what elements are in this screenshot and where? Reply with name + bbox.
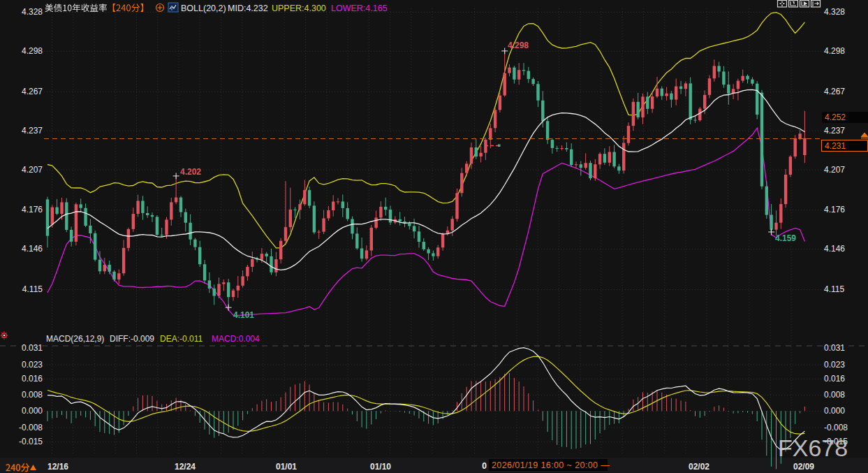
svg-text:4.252: 4.252 (825, 112, 846, 122)
svg-text:0.016: 0.016 (22, 374, 43, 384)
svg-text:12/16: 12/16 (47, 462, 68, 472)
svg-text:4.328: 4.328 (824, 7, 845, 17)
svg-text:4.298: 4.298 (22, 46, 43, 56)
svg-text:MACD:0.004: MACD:0.004 (212, 334, 260, 344)
svg-text:0.023: 0.023 (824, 360, 845, 370)
svg-text:4.298: 4.298 (508, 41, 529, 50)
svg-text:4.115: 4.115 (824, 284, 844, 294)
svg-text:4.207: 4.207 (22, 165, 43, 175)
svg-text:2026/01/19 16:00 ~ 20:00 —: 2026/01/19 16:00 ~ 20:00 — (492, 460, 610, 470)
svg-text:0.031: 0.031 (824, 343, 845, 353)
svg-text:0: 0 (482, 461, 487, 471)
svg-text:FX678: FX678 (778, 435, 848, 461)
svg-text:4.176: 4.176 (22, 205, 43, 214)
svg-text:MACD(26,12,9): MACD(26,12,9) (46, 334, 104, 344)
svg-text:4.146: 4.146 (824, 244, 845, 254)
svg-text:DIFF:-0.009: DIFF:-0.009 (110, 334, 154, 344)
svg-text:LOWER:4.165: LOWER:4.165 (331, 3, 388, 13)
svg-text:02/09: 02/09 (793, 462, 814, 472)
svg-text:4.237: 4.237 (824, 126, 845, 136)
svg-text:BOLL(20,2): BOLL(20,2) (181, 3, 226, 13)
svg-text:4.101: 4.101 (233, 310, 254, 320)
svg-text:0.008: 0.008 (22, 390, 43, 400)
svg-text:4.159: 4.159 (775, 233, 796, 243)
svg-text:DEA:-0.011: DEA:-0.011 (160, 334, 203, 344)
svg-text:4.176: 4.176 (824, 205, 845, 214)
svg-text:01/10: 01/10 (370, 462, 391, 472)
svg-text:12/24: 12/24 (175, 462, 196, 472)
svg-text:01/01: 01/01 (276, 462, 297, 472)
svg-text:-0.015: -0.015 (19, 437, 43, 446)
svg-text:4.207: 4.207 (824, 165, 845, 175)
svg-text:0.031: 0.031 (22, 343, 43, 353)
svg-text:4.146: 4.146 (22, 244, 43, 254)
svg-text:0.000: 0.000 (824, 406, 845, 416)
svg-text:0.008: 0.008 (824, 390, 845, 400)
svg-text:UPPER:4.300: UPPER:4.300 (272, 3, 326, 13)
svg-text:02/02: 02/02 (689, 462, 709, 472)
svg-text:4.267: 4.267 (22, 87, 43, 96)
svg-text:-0.008: -0.008 (19, 423, 43, 432)
svg-text:4.237: 4.237 (22, 126, 43, 136)
svg-text:0.016: 0.016 (824, 374, 845, 384)
svg-text:0.000: 0.000 (22, 406, 43, 416)
svg-text:4.298: 4.298 (824, 46, 845, 56)
svg-text:MID:4.232: MID:4.232 (228, 3, 268, 13)
svg-text:4.231: 4.231 (825, 141, 846, 151)
svg-text:4.115: 4.115 (22, 284, 43, 294)
svg-text:-0.008: -0.008 (824, 423, 848, 432)
svg-text:4.328: 4.328 (22, 7, 43, 17)
svg-text:0.023: 0.023 (22, 360, 43, 370)
svg-text:4.267: 4.267 (824, 87, 845, 96)
svg-text:4.202: 4.202 (180, 167, 201, 177)
